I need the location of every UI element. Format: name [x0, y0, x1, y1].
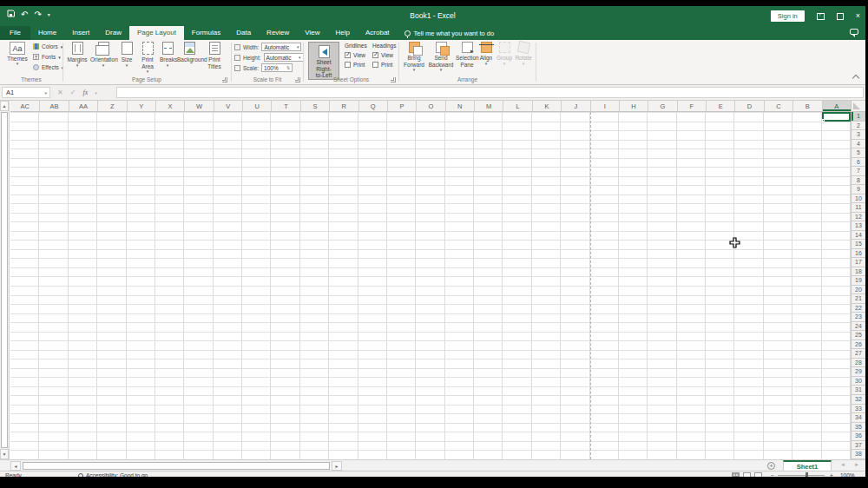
zoom-out-icon[interactable]: −: [771, 472, 774, 477]
fill-handle[interactable]: [822, 119, 825, 122]
zoom-slider[interactable]: [778, 475, 825, 476]
row-header-28[interactable]: 28: [852, 359, 865, 368]
column-header-Y[interactable]: Y: [127, 101, 155, 111]
column-header-P[interactable]: P: [387, 101, 416, 111]
normal-view-icon[interactable]: [732, 472, 740, 477]
column-header-C[interactable]: C: [764, 101, 792, 111]
column-header-H[interactable]: H: [619, 101, 648, 111]
scroll-down-icon[interactable]: ▼: [0, 449, 9, 459]
enter-icon[interactable]: ✓: [70, 89, 76, 96]
theme-colors-button[interactable]: Colors▾: [33, 43, 62, 49]
new-sheet-icon[interactable]: +: [767, 462, 775, 470]
column-header-R[interactable]: R: [329, 101, 358, 111]
sheet-right-to-left-button[interactable]: Sheet Right- to-Left: [308, 42, 339, 80]
name-box-caret-icon[interactable]: ▾: [44, 88, 47, 98]
column-header-Q[interactable]: Q: [358, 101, 387, 111]
row-header-35[interactable]: 35: [852, 423, 865, 432]
row-header-26[interactable]: 26: [852, 340, 865, 350]
zoom-level[interactable]: 100%: [840, 472, 855, 477]
page-setup-bg-button[interactable]: Background: [177, 42, 201, 63]
row-header-32[interactable]: 32: [852, 395, 865, 405]
row-header-16[interactable]: 16: [852, 249, 865, 259]
row-header-21[interactable]: 21: [852, 294, 865, 304]
page-setup-orient-button[interactable]: Orientation▾: [90, 42, 116, 69]
selected-cell-a1[interactable]: [822, 112, 851, 122]
row-header-23[interactable]: 23: [852, 313, 865, 322]
column-header-X[interactable]: X: [155, 101, 184, 111]
tab-view[interactable]: View: [297, 26, 327, 40]
row-header-36[interactable]: 36: [852, 432, 865, 441]
page-setup-dialog-launcher-icon[interactable]: [222, 77, 227, 82]
row-header-4[interactable]: 4: [852, 140, 865, 149]
tab-file[interactable]: File: [0, 26, 30, 40]
column-header-AC[interactable]: AC: [10, 101, 39, 111]
row-header-22[interactable]: 22: [852, 304, 865, 313]
tab-review[interactable]: Review: [259, 26, 297, 40]
tab-help[interactable]: Help: [328, 26, 358, 40]
row-header-18[interactable]: 18: [852, 267, 865, 277]
page-setup-breaks-button[interactable]: Breaks▾: [160, 42, 175, 69]
column-header-O[interactable]: O: [416, 101, 444, 111]
column-header-B[interactable]: B: [792, 101, 821, 111]
name-box[interactable]: A1 ▾: [2, 87, 50, 98]
row-header-31[interactable]: 31: [852, 386, 865, 395]
sheet-cells[interactable]: [10, 112, 851, 459]
row-header-11[interactable]: 11: [852, 203, 865, 213]
column-header-D[interactable]: D: [734, 101, 763, 111]
arrange-send-button[interactable]: Send Backward▾: [428, 42, 454, 73]
column-header-E[interactable]: E: [706, 101, 734, 111]
column-header-Z[interactable]: Z: [97, 101, 126, 111]
row-header-33[interactable]: 33: [852, 405, 865, 414]
gridlines-view-checkbox[interactable]: [345, 52, 351, 58]
dropdown-icon[interactable]: ▾: [299, 55, 301, 60]
column-header-AA[interactable]: AA: [69, 101, 97, 111]
row-header-12[interactable]: 12: [852, 213, 865, 222]
tab-data[interactable]: Data: [228, 26, 259, 40]
page-setup-printarea-button[interactable]: Print Area▾: [137, 42, 158, 75]
row-header-3[interactable]: 3: [852, 130, 865, 140]
row-header-19[interactable]: 19: [852, 276, 865, 286]
row-header-38[interactable]: 38: [852, 450, 865, 459]
column-header-N[interactable]: N: [445, 101, 474, 111]
ribbon-display-options-icon[interactable]: [817, 13, 825, 20]
formula-bar-caret-icon[interactable]: ▾: [95, 90, 97, 96]
row-header-15[interactable]: 15: [852, 240, 865, 249]
page-layout-view-icon[interactable]: [743, 472, 751, 477]
row-header-2[interactable]: 2: [852, 122, 865, 131]
arrange-align-button[interactable]: Align▾: [478, 42, 494, 67]
row-header-37[interactable]: 37: [852, 441, 865, 451]
gridlines-print-checkbox[interactable]: [345, 62, 351, 68]
sheet-nav-left-icon[interactable]: ◄: [840, 462, 845, 467]
row-header-7[interactable]: 7: [852, 167, 865, 176]
row-header-1[interactable]: 1: [852, 112, 865, 122]
vertical-scrollbar[interactable]: ▲ ▼: [0, 101, 10, 459]
spinner-icon[interactable]: ⇅: [286, 65, 290, 70]
page-setup-titles-button[interactable]: Print Titles: [203, 42, 226, 69]
row-header-5[interactable]: 5: [852, 148, 865, 158]
scroll-right-icon[interactable]: ►: [332, 461, 342, 471]
column-header-AB[interactable]: AB: [39, 101, 68, 111]
theme-fonts-button[interactable]: T Fonts▾: [33, 54, 61, 60]
column-header-U[interactable]: U: [242, 101, 271, 111]
tab-page-layout[interactable]: Page Layout: [129, 26, 184, 40]
headings-view-checkbox[interactable]: [372, 52, 378, 58]
row-header-24[interactable]: 24: [852, 322, 865, 332]
row-header-29[interactable]: 29: [852, 367, 865, 377]
accessibility-status[interactable]: Accessibility: Good to go: [78, 472, 148, 477]
zoom-in-icon[interactable]: +: [830, 472, 833, 477]
tab-home[interactable]: Home: [30, 26, 64, 40]
restore-window-icon[interactable]: [837, 13, 844, 20]
row-header-25[interactable]: 25: [852, 331, 865, 340]
zoom-slider-thumb[interactable]: [806, 472, 808, 477]
row-header-13[interactable]: 13: [852, 221, 865, 231]
column-header-S[interactable]: S: [300, 101, 329, 111]
row-header-6[interactable]: 6: [852, 158, 865, 168]
column-header-L[interactable]: L: [503, 101, 531, 111]
arrange-bring-button[interactable]: Bring Forward▾: [402, 42, 426, 73]
collapse-ribbon-icon[interactable]: [852, 75, 859, 82]
tab-insert[interactable]: Insert: [64, 26, 97, 40]
scale-input[interactable]: 100%⇅: [261, 63, 293, 72]
height-input[interactable]: Automatic▾: [264, 53, 304, 62]
row-header-27[interactable]: 27: [852, 349, 865, 359]
comments-icon[interactable]: [850, 29, 858, 35]
